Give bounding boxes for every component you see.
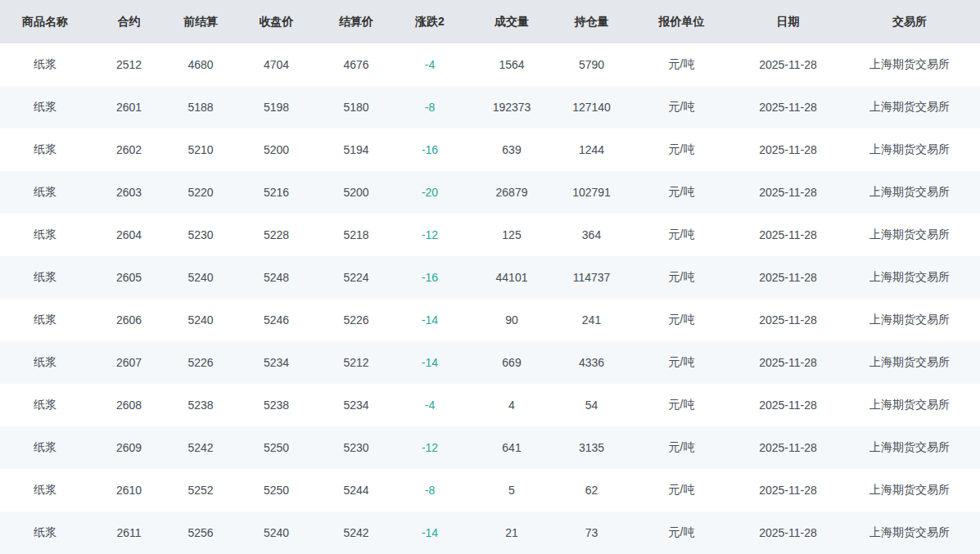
cell-date: 2025-11-28 [737,43,839,86]
cell-open_interest: 73 [557,511,626,554]
cell-close: 5228 [233,214,319,256]
cell-exchange: 上海期货交易所 [839,469,980,511]
cell-date: 2025-11-28 [737,511,839,554]
cell-name: 纸浆 [0,341,90,384]
table-row: 纸浆2607522652345212-146694336元/吨2025-11-2… [0,341,980,384]
cell-contract: 2607 [90,341,168,384]
cell-settle: 5180 [319,86,393,128]
cell-open_interest: 127140 [557,86,626,128]
cell-contract: 2609 [90,426,168,469]
cell-date: 2025-11-28 [737,384,839,426]
column-header-prev_settle: 前结算 [168,0,233,43]
column-header-exchange: 交易所 [839,0,980,43]
cell-open_interest: 364 [557,214,626,256]
cell-date: 2025-11-28 [737,171,839,214]
cell-change: -14 [393,299,467,341]
cell-close: 5198 [233,86,319,128]
cell-prev_settle: 5188 [168,86,233,128]
cell-prev_settle: 5210 [168,128,233,171]
cell-settle: 5244 [319,469,393,511]
cell-contract: 2602 [90,128,168,171]
cell-volume: 21 [467,511,557,554]
cell-prev_settle: 5220 [168,171,233,214]
cell-unit: 元/吨 [626,171,737,214]
cell-prev_settle: 5238 [168,384,233,426]
cell-contract: 2604 [90,214,168,256]
column-header-close: 收盘价 [233,0,319,43]
cell-date: 2025-11-28 [737,299,839,341]
cell-change: -16 [393,128,467,171]
cell-contract: 2512 [90,43,168,86]
cell-open_interest: 1244 [557,128,626,171]
cell-settle: 5224 [319,256,393,299]
cell-close: 5248 [233,256,319,299]
cell-contract: 2608 [90,384,168,426]
cell-name: 纸浆 [0,256,90,299]
cell-settle: 4676 [319,43,393,86]
cell-name: 纸浆 [0,86,90,128]
cell-unit: 元/吨 [626,128,737,171]
cell-contract: 2610 [90,469,168,511]
table-row: 纸浆2606524052465226-1490241元/吨2025-11-28上… [0,299,980,341]
cell-change: -4 [393,43,467,86]
cell-volume: 639 [467,128,557,171]
cell-open_interest: 4336 [557,341,626,384]
table-row: 纸浆2609524252505230-126413135元/吨2025-11-2… [0,426,980,469]
cell-exchange: 上海期货交易所 [839,86,980,128]
cell-date: 2025-11-28 [737,341,839,384]
cell-date: 2025-11-28 [737,469,839,511]
cell-exchange: 上海期货交易所 [839,341,980,384]
cell-open_interest: 3135 [557,426,626,469]
cell-change: -14 [393,341,467,384]
cell-volume: 4 [467,384,557,426]
cell-close: 5250 [233,426,319,469]
cell-exchange: 上海期货交易所 [839,43,980,86]
cell-change: -16 [393,256,467,299]
cell-settle: 5218 [319,214,393,256]
cell-close: 5246 [233,299,319,341]
cell-prev_settle: 5256 [168,511,233,554]
cell-open_interest: 241 [557,299,626,341]
futures-quotes-table: 商品名称合约前结算收盘价结算价涨跌2成交量持仓量报价单位日期交易所 纸浆2512… [0,0,980,554]
column-header-volume: 成交量 [467,0,557,43]
cell-settle: 5242 [319,511,393,554]
column-header-unit: 报价单位 [626,0,737,43]
cell-change: -12 [393,426,467,469]
cell-close: 5238 [233,384,319,426]
futures-quotes-panel: 商品名称合约前结算收盘价结算价涨跌2成交量持仓量报价单位日期交易所 纸浆2512… [0,0,980,554]
cell-settle: 5226 [319,299,393,341]
cell-close: 5216 [233,171,319,214]
cell-volume: 669 [467,341,557,384]
cell-name: 纸浆 [0,128,90,171]
column-header-open_interest: 持仓量 [557,0,626,43]
cell-close: 5234 [233,341,319,384]
cell-unit: 元/吨 [626,469,737,511]
cell-contract: 2606 [90,299,168,341]
cell-unit: 元/吨 [626,384,737,426]
cell-unit: 元/吨 [626,43,737,86]
cell-prev_settle: 5252 [168,469,233,511]
cell-exchange: 上海期货交易所 [839,426,980,469]
cell-prev_settle: 4680 [168,43,233,86]
cell-contract: 2605 [90,256,168,299]
table-row: 纸浆2602521052005194-166391244元/吨2025-11-2… [0,128,980,171]
cell-change: -8 [393,469,467,511]
cell-name: 纸浆 [0,511,90,554]
cell-volume: 26879 [467,171,557,214]
table-row: 纸浆2512468047044676-415645790元/吨2025-11-2… [0,43,980,86]
cell-change: -8 [393,86,467,128]
cell-contract: 2611 [90,511,168,554]
table-row: 纸浆2603522052165200-2026879102791元/吨2025-… [0,171,980,214]
cell-unit: 元/吨 [626,341,737,384]
cell-settle: 5200 [319,171,393,214]
cell-prev_settle: 5240 [168,256,233,299]
cell-unit: 元/吨 [626,256,737,299]
cell-volume: 125 [467,214,557,256]
cell-date: 2025-11-28 [737,214,839,256]
cell-change: -14 [393,511,467,554]
cell-settle: 5194 [319,128,393,171]
cell-prev_settle: 5230 [168,214,233,256]
cell-date: 2025-11-28 [737,426,839,469]
cell-unit: 元/吨 [626,511,737,554]
table-body: 纸浆2512468047044676-415645790元/吨2025-11-2… [0,43,980,554]
